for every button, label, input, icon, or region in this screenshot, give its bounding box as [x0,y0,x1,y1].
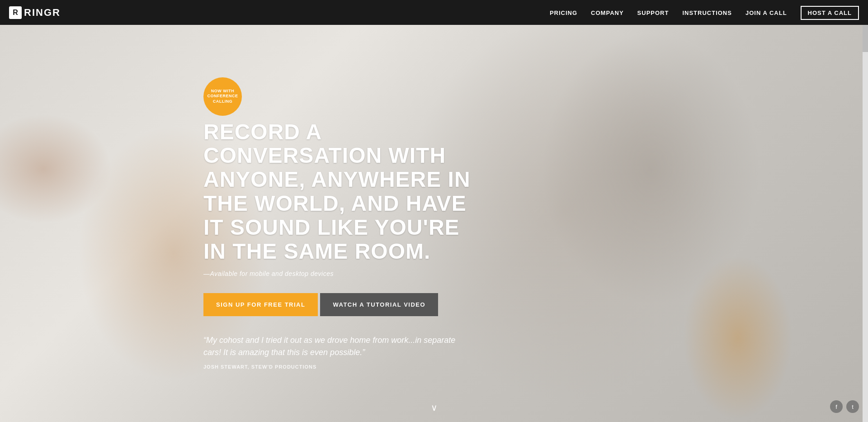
nav-link-join-call[interactable]: JOIN A CALL [745,9,787,16]
nav-item-support[interactable]: SUPPORT [637,9,669,17]
testimonial-author: JOSH STEWART, Stew'd Productions [203,364,475,370]
testimonial-quote: “My cohost and I tried it out as we drov… [203,334,475,359]
logo-text: RiNGR [24,7,61,19]
hero-content: NOW WITH CONFERENCE CALLING RECORD A CON… [0,25,868,422]
social-icons: f t [830,400,859,413]
nav-item-instructions[interactable]: INSTRUCTIONS [682,9,732,17]
badge-circle: NOW WITH CONFERENCE CALLING [203,77,242,116]
testimonial: “My cohost and I tried it out as we drov… [203,334,475,370]
signup-free-trial-button[interactable]: SIGN UP FOR FREE TRIAL [203,293,318,316]
navigation: RiNGR PRICING COMPANY SUPPORT INSTRUCTIO… [0,0,868,25]
scrollbar-thumb[interactable] [863,25,868,52]
logo[interactable]: RiNGR [9,6,61,19]
watch-tutorial-button[interactable]: WATCH A TUTORIAL VIDEO [320,293,438,316]
scrollbar[interactable] [863,25,868,422]
nav-item-host-call[interactable]: HOST A CALL [801,9,859,17]
logo-icon [9,6,22,19]
conference-calling-badge: NOW WITH CONFERENCE CALLING [203,77,242,116]
hero-inner: NOW WITH CONFERENCE CALLING RECORD A CON… [203,77,484,370]
nav-item-join-call[interactable]: JOIN A CALL [745,9,787,17]
nav-item-pricing[interactable]: PRICING [550,9,577,17]
nav-item-company[interactable]: COMPANY [591,9,623,17]
facebook-icon[interactable]: f [830,400,843,413]
twitter-icon[interactable]: t [846,400,859,413]
hero-subheadline: —Available for mobile and desktop device… [203,270,484,277]
nav-link-host-call[interactable]: HOST A CALL [801,6,859,20]
nav-link-company[interactable]: COMPANY [591,9,623,16]
badge-text: NOW WITH CONFERENCE CALLING [208,89,238,104]
scroll-down-arrow[interactable]: ∨ [431,402,438,413]
nav-links: PRICING COMPANY SUPPORT INSTRUCTIONS JOI… [550,9,859,17]
hero-headline: RECORD A CONVERSATION WITH ANYONE, ANYWH… [203,120,484,264]
nav-link-pricing[interactable]: PRICING [550,9,577,16]
nav-link-support[interactable]: SUPPORT [637,9,669,16]
nav-link-instructions[interactable]: INSTRUCTIONS [682,9,732,16]
cta-button-group: SIGN UP FOR FREE TRIAL WATCH A TUTORIAL … [203,293,484,316]
